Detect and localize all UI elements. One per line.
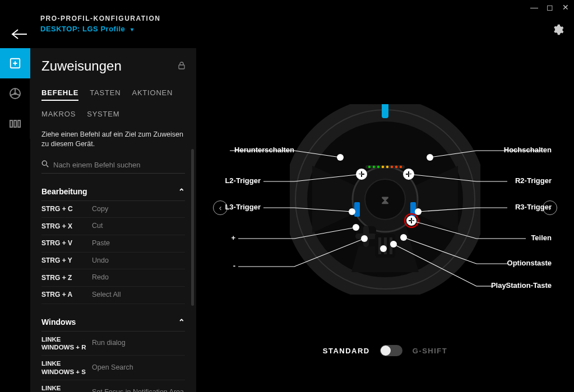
svg-point-18 bbox=[377, 166, 379, 168]
svg-rect-5 bbox=[18, 120, 20, 127]
chevron-down-icon: ▾ bbox=[131, 26, 134, 32]
rail-assignments[interactable] bbox=[0, 48, 30, 78]
panel-hint: Ziehe einen Befehl auf ein Ziel zum Zuwe… bbox=[41, 130, 185, 149]
group-title: Bearbeitung bbox=[41, 187, 87, 196]
steering-wheel: ⧗ bbox=[290, 104, 480, 296]
svg-point-16 bbox=[368, 166, 371, 168]
rail-pedals[interactable] bbox=[0, 109, 30, 139]
svg-point-23 bbox=[400, 166, 402, 168]
cmd-opensearch[interactable]: LINKE WINDOWS + SOpen Search bbox=[41, 356, 185, 380]
window-controls: — ◻ ✕ bbox=[530, 3, 570, 11]
header: PRO-PROFIL-KONFIGURATION DESKTOP: LGS Pr… bbox=[0, 0, 574, 45]
group-head-bearbeitung[interactable]: Bearbeitung ⌃ bbox=[41, 184, 185, 201]
svg-rect-28 bbox=[378, 237, 381, 254]
svg-point-22 bbox=[395, 166, 397, 168]
tab-system[interactable]: SYSTEM bbox=[87, 110, 119, 121]
toggle-label-gshift: G-SHIFT bbox=[413, 347, 448, 355]
minimize-button[interactable]: — bbox=[530, 3, 538, 11]
cmd-redo[interactable]: STRG + ZRedo bbox=[41, 269, 185, 287]
settings-button[interactable] bbox=[552, 24, 564, 38]
rail-wheel[interactable] bbox=[0, 78, 30, 109]
svg-rect-29 bbox=[384, 237, 387, 254]
search-field[interactable] bbox=[41, 157, 185, 174]
search-input[interactable] bbox=[53, 160, 185, 170]
panel-heading-text: Zuweisungen bbox=[41, 58, 122, 74]
wheel-label-hochschalten[interactable]: Hochschalten bbox=[504, 146, 552, 154]
svg-point-7 bbox=[42, 161, 47, 165]
tab-aktionen[interactable]: AKTIONEN bbox=[132, 88, 173, 101]
wheel-label-l2[interactable]: L2-Trigger bbox=[219, 176, 261, 185]
chevron-up-icon: ⌃ bbox=[178, 187, 185, 196]
wheel-label-options[interactable]: Optionstaste bbox=[507, 259, 552, 267]
group-bearbeitung: Bearbeitung ⌃ STRG + CCopy STRG + XCut S… bbox=[41, 184, 185, 304]
svg-rect-3 bbox=[10, 120, 12, 127]
toggle-label-standard: STANDARD bbox=[323, 347, 370, 355]
sidebar-rail bbox=[0, 48, 30, 139]
cmd-copy[interactable]: STRG + CCopy bbox=[41, 201, 185, 218]
profile-selector[interactable]: DESKTOP: LGS Profile ▾ bbox=[40, 25, 574, 33]
svg-rect-15 bbox=[365, 165, 405, 169]
cmd-notifarea[interactable]: LINKE WINDOWS + BSet Focus in Notificati… bbox=[41, 380, 185, 392]
group-windows: Windows ⌃ LINKE WINDOWS + RRun dialog LI… bbox=[41, 314, 185, 393]
search-icon bbox=[41, 160, 49, 169]
wheel-label-l3[interactable]: L3-Trigger bbox=[219, 203, 261, 211]
maximize-button[interactable]: ◻ bbox=[546, 3, 554, 11]
panel-heading: Zuweisungen bbox=[41, 58, 185, 74]
wheel-label-minus[interactable]: - bbox=[219, 262, 235, 270]
commands-panel: Zuweisungen BEFEHLE TASTEN AKTIONEN MAKR… bbox=[30, 48, 196, 392]
wheel-label-r2[interactable]: R2-Trigger bbox=[515, 176, 552, 185]
tab-befehle[interactable]: BEFEHLE bbox=[41, 88, 78, 101]
cmd-undo[interactable]: STRG + YUndo bbox=[41, 253, 185, 270]
cmd-paste[interactable]: STRG + VPaste bbox=[41, 235, 185, 253]
panel-tabs: BEFEHLE TASTEN AKTIONEN MAKROS SYSTEM bbox=[41, 88, 185, 121]
svg-rect-25 bbox=[410, 202, 416, 217]
wheel-label-teilen[interactable]: Teilen bbox=[531, 234, 552, 242]
wheel-label-r3[interactable]: R3-Trigger bbox=[515, 203, 552, 211]
svg-rect-30 bbox=[390, 237, 392, 254]
svg-point-20 bbox=[386, 166, 388, 168]
tab-tasten[interactable]: TASTEN bbox=[90, 88, 121, 101]
back-button[interactable] bbox=[11, 26, 27, 43]
svg-rect-24 bbox=[354, 202, 360, 217]
page-title: PRO-PROFIL-KONFIGURATION bbox=[40, 15, 574, 22]
gshift-toggle[interactable] bbox=[380, 345, 402, 356]
svg-point-21 bbox=[391, 166, 393, 168]
wheel-label-plus[interactable]: + bbox=[219, 234, 235, 242]
group-head-windows[interactable]: Windows ⌃ bbox=[41, 314, 185, 332]
desktop-label: DESKTOP: bbox=[40, 25, 80, 33]
group-title: Windows bbox=[41, 318, 76, 326]
svg-point-17 bbox=[373, 166, 375, 168]
svg-rect-6 bbox=[179, 65, 184, 69]
scrollbar[interactable] bbox=[191, 149, 194, 306]
svg-text:⧗: ⧗ bbox=[381, 194, 389, 206]
gshift-toggle-bar: STANDARD G-SHIFT bbox=[196, 345, 574, 356]
cmd-selectall[interactable]: STRG + ASelect All bbox=[41, 287, 185, 304]
close-button[interactable]: ✕ bbox=[562, 3, 570, 11]
wheel-label-herunterschalten[interactable]: Herunterschalten bbox=[219, 146, 294, 154]
svg-rect-4 bbox=[14, 120, 16, 127]
profile-name: LGS Profile bbox=[82, 25, 125, 33]
cmd-cut[interactable]: STRG + XCut bbox=[41, 218, 185, 235]
chevron-up-icon: ⌃ bbox=[178, 318, 185, 326]
lock-icon[interactable] bbox=[178, 62, 185, 71]
wheel-label-pstaste[interactable]: PlayStation-Taste bbox=[491, 281, 552, 290]
cmd-run[interactable]: LINKE WINDOWS + RRun dialog bbox=[41, 332, 185, 356]
svg-rect-11 bbox=[382, 104, 388, 118]
tab-makros[interactable]: MAKROS bbox=[41, 110, 76, 121]
svg-point-19 bbox=[382, 166, 384, 168]
device-view: ‹ › ⧗ bbox=[196, 48, 574, 392]
